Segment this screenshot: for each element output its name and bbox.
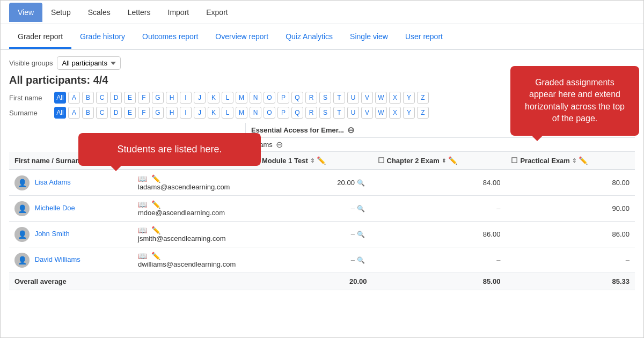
sub-nav: Grader report Grade history Outcomes rep…	[1, 24, 643, 50]
firstname-j-btn[interactable]: J	[194, 92, 206, 104]
firstname-all-btn[interactable]: All	[54, 92, 66, 104]
col-group-collapse-btn[interactable]: ⊖	[347, 125, 354, 135]
col1-search-icon[interactable]: 🔍	[357, 256, 365, 264]
checkbox-col3-icon: ☐	[511, 156, 518, 165]
student-name-link[interactable]: Lisa Adams	[35, 178, 71, 186]
edit-col1-icon[interactable]: ✏️	[317, 156, 326, 165]
surname-z-btn[interactable]: Z	[417, 107, 429, 119]
sort-col1-icon[interactable]: ⇕	[310, 158, 314, 164]
sub-nav-grader[interactable]: Grader report	[9, 26, 71, 49]
firstname-c-btn[interactable]: C	[96, 92, 108, 104]
col-sub-collapse-btn[interactable]: ⊖	[276, 139, 283, 150]
firstname-n-btn[interactable]: N	[250, 92, 261, 104]
firstname-p-btn[interactable]: P	[277, 92, 289, 104]
firstname-t-btn[interactable]: T	[333, 92, 345, 104]
sub-nav-outcomes[interactable]: Outcomes report	[134, 26, 207, 47]
firstname-u-btn[interactable]: U	[347, 92, 359, 104]
sort-col3-icon[interactable]: ⇕	[572, 158, 576, 164]
firstname-z-btn[interactable]: Z	[417, 92, 429, 104]
surname-g-btn[interactable]: G	[152, 107, 164, 119]
email-edit-icon[interactable]: ✏️	[151, 252, 160, 260]
table-row: 👤 Michelle Doe 📖 ✏️ mdoe@ascendlearning.…	[9, 196, 635, 222]
col2-value: 84.00	[483, 179, 501, 187]
top-nav-scales[interactable]: Scales	[79, 3, 119, 22]
firstname-h-btn[interactable]: H	[166, 92, 178, 104]
edit-col2-icon[interactable]: ✏️	[448, 156, 457, 165]
surname-e-btn[interactable]: E	[124, 107, 136, 119]
sub-nav-grade-history[interactable]: Grade history	[71, 26, 134, 47]
firstname-v-btn[interactable]: V	[361, 92, 373, 104]
table-row: 👤 Lisa Adams 📖 ✏️ ladams@ascendlearning.…	[9, 170, 635, 196]
firstname-i-btn[interactable]: I	[180, 92, 192, 104]
firstname-a-btn[interactable]: A	[68, 92, 80, 104]
surname-t-btn[interactable]: T	[333, 107, 345, 119]
surname-p-btn[interactable]: P	[277, 107, 289, 119]
visible-groups-dropdown[interactable]: All participants	[57, 56, 121, 70]
email-edit-icon[interactable]: ✏️	[151, 226, 160, 234]
firstname-k-btn[interactable]: K	[208, 92, 219, 104]
surname-s-btn[interactable]: S	[319, 107, 331, 119]
top-nav-import[interactable]: Import	[159, 3, 198, 22]
top-nav-letters[interactable]: Letters	[119, 3, 159, 22]
email-book-icon[interactable]: 📖	[138, 200, 147, 209]
email-book-icon[interactable]: 📖	[138, 226, 147, 234]
col1-search-icon[interactable]: 🔍	[357, 205, 365, 212]
top-nav-view[interactable]: View	[9, 3, 42, 22]
firstname-s-btn[interactable]: S	[319, 92, 331, 104]
sort-col2-icon[interactable]: ⇕	[442, 158, 446, 164]
surname-y-btn[interactable]: Y	[403, 107, 415, 119]
surname-x-btn[interactable]: X	[389, 107, 401, 119]
student-name-link[interactable]: Michelle Doe	[35, 204, 75, 212]
col1-search-icon[interactable]: 🔍	[357, 231, 365, 238]
surname-w-btn[interactable]: W	[375, 107, 387, 119]
student-name-link[interactable]: John Smith	[35, 230, 70, 238]
firstname-y-btn[interactable]: Y	[403, 92, 415, 104]
col2-value: 86.00	[483, 230, 501, 238]
sub-nav-overview[interactable]: Overview report	[207, 26, 277, 47]
surname-l-btn[interactable]: L	[222, 107, 233, 119]
firstname-b-btn[interactable]: B	[82, 92, 94, 104]
email-edit-icon[interactable]: ✏️	[151, 200, 160, 209]
col-header-col2: ☐ Chapter 2 Exam ⇕ ✏️	[372, 152, 506, 170]
firstname-d-btn[interactable]: D	[110, 92, 122, 104]
surname-v-btn[interactable]: V	[361, 107, 373, 119]
avatar: 👤	[14, 253, 30, 268]
email-edit-icon[interactable]: ✏️	[151, 174, 160, 183]
firstname-m-btn[interactable]: M	[236, 92, 247, 104]
surname-i-btn[interactable]: I	[180, 107, 192, 119]
surname-h-btn[interactable]: H	[166, 107, 178, 119]
surname-n-btn[interactable]: N	[250, 107, 261, 119]
firstname-l-btn[interactable]: L	[222, 92, 233, 104]
email-book-icon[interactable]: 📖	[138, 252, 147, 260]
edit-col3-icon[interactable]: ✏️	[579, 156, 588, 165]
surname-m-btn[interactable]: M	[236, 107, 247, 119]
firstname-f-btn[interactable]: F	[138, 92, 150, 104]
surname-o-btn[interactable]: O	[264, 107, 275, 119]
top-nav-export[interactable]: Export	[197, 3, 236, 22]
surname-b-btn[interactable]: B	[82, 107, 94, 119]
top-nav-setup[interactable]: Setup	[42, 3, 79, 22]
surname-q-btn[interactable]: Q	[291, 107, 303, 119]
surname-f-btn[interactable]: F	[138, 107, 150, 119]
sub-nav-single-view[interactable]: Single view	[341, 26, 397, 47]
surname-u-btn[interactable]: U	[347, 107, 359, 119]
firstname-e-btn[interactable]: E	[124, 92, 136, 104]
surname-j-btn[interactable]: J	[194, 107, 206, 119]
col1-search-icon[interactable]: 🔍	[357, 179, 365, 187]
firstname-x-btn[interactable]: X	[389, 92, 401, 104]
surname-a-btn[interactable]: A	[68, 107, 80, 119]
sub-nav-quiz-analytics[interactable]: Quiz Analytics	[277, 26, 341, 47]
surname-d-btn[interactable]: D	[110, 107, 122, 119]
firstname-o-btn[interactable]: O	[264, 92, 275, 104]
firstname-g-btn[interactable]: G	[152, 92, 164, 104]
firstname-r-btn[interactable]: R	[305, 92, 317, 104]
surname-all-btn[interactable]: All	[54, 107, 66, 119]
email-book-icon[interactable]: 📖	[138, 174, 147, 183]
surname-r-btn[interactable]: R	[305, 107, 317, 119]
firstname-w-btn[interactable]: W	[375, 92, 387, 104]
student-name-link[interactable]: David Williams	[35, 255, 80, 263]
firstname-q-btn[interactable]: Q	[291, 92, 303, 104]
surname-k-btn[interactable]: K	[208, 107, 219, 119]
surname-c-btn[interactable]: C	[96, 107, 108, 119]
sub-nav-user-report[interactable]: User report	[397, 26, 451, 47]
